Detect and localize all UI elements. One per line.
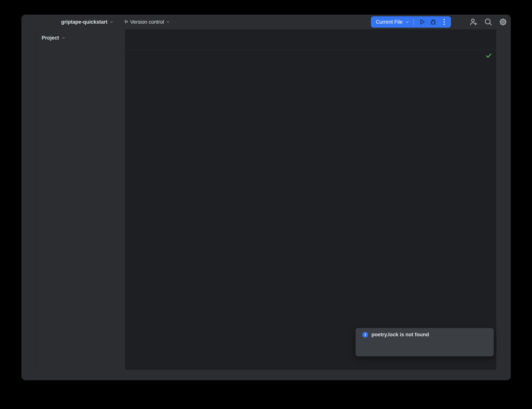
inspections-ok-icon[interactable]	[486, 52, 492, 59]
status-bar	[21, 370, 511, 380]
vcs-widget-label: Version control	[130, 19, 164, 25]
git-branch-icon	[124, 20, 128, 24]
add-user-button[interactable]	[469, 18, 478, 26]
project-switcher[interactable]: griptape-quickstart	[61, 19, 114, 25]
project-tree	[37, 46, 125, 370]
project-panel: Project	[37, 29, 125, 370]
vcs-widget[interactable]: Version control	[124, 19, 170, 25]
chevron-down-icon	[405, 20, 409, 24]
window-controls	[26, 19, 52, 25]
close-window-button[interactable]	[26, 19, 32, 25]
notification-balloon: i poetry.lock is not found	[356, 328, 494, 356]
right-tool-strip	[496, 29, 511, 370]
search-everywhere-button[interactable]	[484, 18, 493, 26]
project-panel-header[interactable]: Project	[37, 29, 125, 46]
run-configuration-label: Current File	[376, 19, 403, 25]
project-panel-title: Project	[42, 35, 59, 41]
notification-title: poetry.lock is not found	[371, 332, 429, 338]
editor-area	[125, 29, 496, 370]
project-switcher-label: griptape-quickstart	[61, 19, 108, 25]
title-bar: griptape-quickstart Version control Curr…	[21, 15, 511, 29]
more-run-options-button[interactable]	[440, 18, 448, 26]
info-icon: i	[362, 332, 368, 338]
main-area: Project	[21, 29, 511, 370]
chevron-down-icon	[110, 20, 114, 24]
run-configuration-widget[interactable]: Current File	[371, 16, 451, 28]
pill-divider	[413, 19, 414, 25]
debug-button[interactable]	[429, 18, 437, 26]
maximize-window-button[interactable]	[47, 19, 52, 25]
settings-button[interactable]	[499, 18, 507, 26]
code-editor[interactable]	[125, 50, 496, 370]
titlebar-actions	[469, 18, 507, 26]
chevron-down-icon	[61, 36, 65, 40]
tab-bar	[125, 29, 496, 50]
chevron-down-icon	[166, 20, 170, 24]
run-button[interactable]	[418, 18, 426, 26]
left-tool-strip	[21, 29, 37, 370]
minimize-window-button[interactable]	[36, 19, 42, 25]
ide-window: griptape-quickstart Version control Curr…	[21, 15, 511, 380]
